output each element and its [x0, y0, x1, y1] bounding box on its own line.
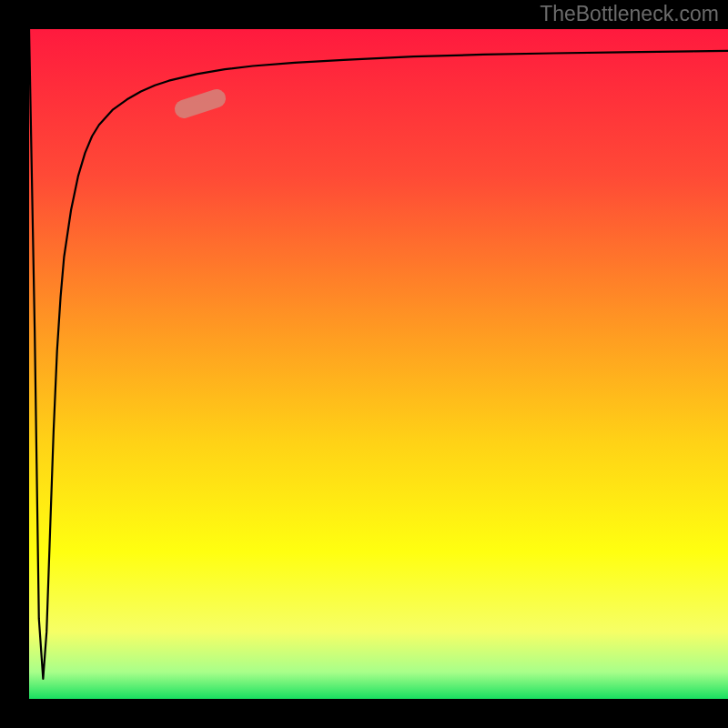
attribution-text: TheBottleneck.com [540, 2, 719, 26]
gradient-background [29, 29, 728, 699]
chart-area [29, 29, 728, 699]
